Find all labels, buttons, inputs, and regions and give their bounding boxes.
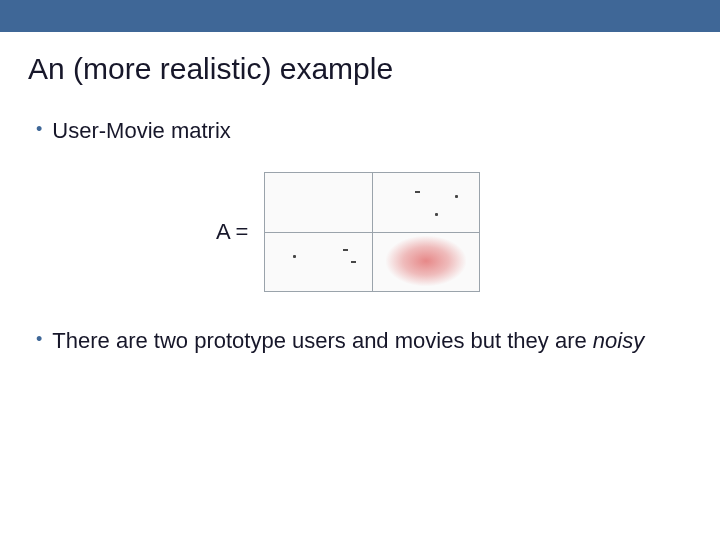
bullet-dot-icon: •: [36, 116, 42, 142]
bullet-dot-icon: •: [36, 326, 42, 352]
bullet-item: • User-Movie matrix: [36, 116, 720, 146]
matrix-diagram: [264, 172, 480, 292]
noise-speck: [351, 261, 356, 263]
noise-speck: [415, 191, 420, 193]
noise-speck: [343, 249, 348, 251]
slide-title: An (more realistic) example: [28, 52, 720, 86]
noise-speck: [455, 195, 458, 198]
bullet-text: User-Movie matrix: [52, 116, 652, 146]
matrix-label: A =: [216, 217, 248, 247]
bullet-text: There are two prototype users and movies…: [52, 326, 652, 356]
bullet-text-part: There are two prototype users and movies…: [52, 328, 593, 353]
bullet-list: • User-Movie matrix A = • There are two …: [36, 116, 720, 355]
noise-blob: [372, 232, 479, 291]
matrix-row: A =: [216, 172, 720, 292]
emphasis-noisy: noisy: [593, 328, 644, 353]
noise-speck: [293, 255, 296, 258]
header-color-bar: [0, 0, 720, 32]
bullet-item: • There are two prototype users and movi…: [36, 326, 720, 356]
noise-speck: [435, 213, 438, 216]
